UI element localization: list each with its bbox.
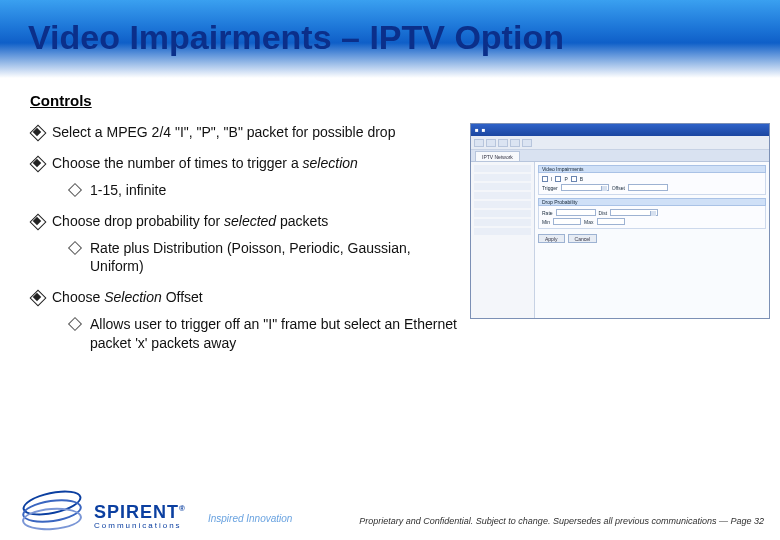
screenshot-thumbnail: ■■ IPTV Network Video Impairments — [470, 123, 770, 319]
bullet-italic: selection — [303, 155, 358, 171]
logo-subtitle: Communications — [94, 521, 186, 530]
bullet-text-after: Offset — [162, 289, 203, 305]
thumb-toolbar — [471, 136, 769, 150]
logo: SPIRENT® Communications Inspired Innovat… — [26, 488, 292, 530]
thumb-apply-button: Apply — [538, 234, 565, 243]
section-heading: Controls — [30, 92, 750, 109]
bullet-text: Choose the number of times to trigger a — [52, 155, 303, 171]
bullet-text: Choose drop probability for — [52, 213, 224, 229]
list-item: Choose the number of times to trigger a … — [30, 154, 460, 200]
bullet-list: Select a MPEG 2/4 "I", "P", "B" packet f… — [30, 123, 460, 353]
logo-tagline: Inspired Innovation — [208, 513, 293, 524]
bullet-text-after: packets — [276, 213, 328, 229]
thumb-main: Video Impairments IPB TriggerOffset Drop… — [535, 162, 769, 318]
logo-name: SPIRENT — [94, 502, 179, 522]
thumb-tabs: IPTV Network — [471, 150, 769, 162]
logo-registered: ® — [179, 504, 186, 513]
thumb-titlebar: ■■ — [471, 124, 769, 136]
list-item: Choose Selection Offset Allows user to t… — [30, 288, 460, 353]
thumb-cancel-button: Cancel — [568, 234, 598, 243]
bullet-text: Choose — [52, 289, 104, 305]
list-item: Select a MPEG 2/4 "I", "P", "B" packet f… — [30, 123, 460, 142]
sub-item: Allows user to trigger off an "I" frame … — [68, 315, 460, 353]
list-item: Choose drop probability for selected pac… — [30, 212, 460, 277]
thumb-sidebar — [471, 162, 535, 318]
bullet-text: Select a MPEG 2/4 "I", "P", "B" packet f… — [52, 124, 395, 140]
thumb-panel-header: Drop Probability — [538, 198, 766, 206]
sub-item: 1-15, infinite — [68, 181, 460, 200]
thumb-panel-header: Video Impairments — [538, 165, 766, 173]
sub-item: Rate plus Distribution (Poisson, Periodi… — [68, 239, 460, 277]
footer-note: Proprietary and Confidential. Subject to… — [359, 516, 764, 526]
bullet-italic: selected — [224, 213, 276, 229]
slide-title: Video Impairments – IPTV Option — [28, 18, 564, 57]
logo-mark-icon — [26, 488, 82, 530]
thumb-tab: IPTV Network — [475, 151, 520, 161]
bullet-italic: Selection — [104, 289, 162, 305]
